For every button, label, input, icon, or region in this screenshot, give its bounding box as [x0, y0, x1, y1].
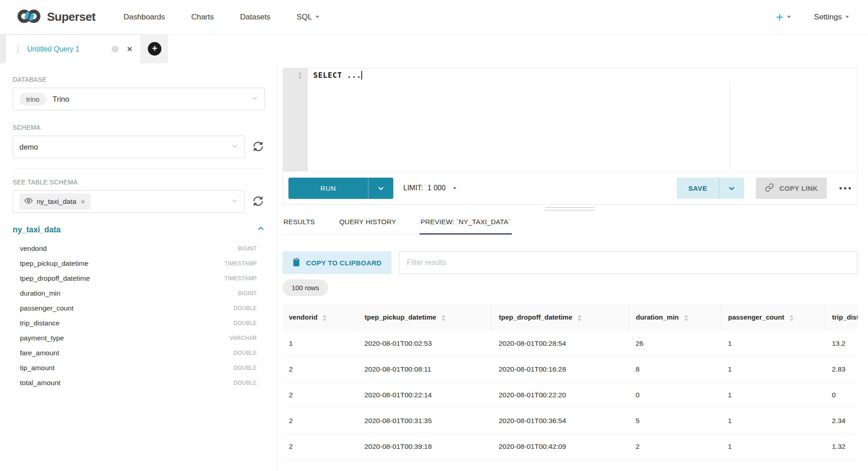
more-actions-button[interactable] — [839, 184, 852, 192]
header-duration-min[interactable]: duration_min — [628, 304, 721, 331]
copy-to-clipboard-label: COPY TO CLIPBOARD — [306, 259, 382, 267]
run-dropdown-button[interactable] — [368, 178, 393, 199]
editor-code-area[interactable]: SELECT ... — [308, 68, 857, 171]
cell: 2020-08-01T00:36:54 — [491, 408, 628, 433]
results-actions-row: COPY TO CLIPBOARD — [283, 251, 858, 274]
query-tab-active[interactable]: ⋮ Untitled Query 1 ✕ — [5, 34, 141, 63]
column-type: DOUBLE — [234, 320, 257, 326]
new-item-menu[interactable]: + — [776, 11, 790, 24]
table-panel-header[interactable]: ny_taxi_data — [13, 225, 265, 235]
link-icon — [765, 183, 774, 193]
table-tag: ny_taxi_data ✕ — [19, 193, 90, 210]
column-type: VARCHAR — [230, 335, 257, 341]
nav-dashboards[interactable]: Dashboards — [123, 13, 165, 22]
nav-charts[interactable]: Charts — [191, 13, 214, 22]
refresh-schema-button[interactable] — [251, 140, 265, 154]
nav-datasets[interactable]: Datasets — [240, 13, 270, 22]
cell: 5 — [628, 408, 721, 433]
header-trip-distance[interactable]: trip_distance — [825, 304, 858, 331]
column-type: DOUBLE — [234, 350, 257, 356]
refresh-table-button[interactable] — [251, 195, 265, 208]
table-row: 2 2020-08-01T00:31:35 2020-08-01T00:36:5… — [283, 408, 858, 433]
table-select[interactable]: ny_taxi_data ✕ — [13, 190, 245, 213]
column-name: tpep_dropoff_datetime — [20, 274, 90, 283]
column-name: payment_type — [20, 334, 64, 342]
superset-logo[interactable]: Superset — [17, 8, 95, 27]
column-name: vendorid — [20, 245, 47, 253]
table-row: 2 2020-08-01T00:22:14 2020-08-01T00:22:2… — [283, 382, 858, 408]
cell: 2020-08-01T00:31:35 — [357, 408, 491, 433]
table-header-row: vendorid tpep_pickup_datetime tpep_dropo… — [283, 304, 858, 331]
caret-down-icon — [453, 187, 456, 189]
schema-select[interactable]: demo — [13, 136, 245, 158]
caret-down-icon — [845, 16, 849, 18]
table-row: 2 2020-08-01T00:08:11 2020-08-01T00:16:2… — [283, 356, 858, 382]
cell: 2.83 — [825, 356, 858, 382]
copy-link-label: COPY LINK — [779, 184, 818, 192]
save-button[interactable]: SAVE — [677, 178, 719, 199]
settings-label: Settings — [814, 13, 842, 22]
plus-icon: + — [776, 11, 783, 24]
limit-dropdown[interactable]: LIMIT: 1 000 — [403, 184, 457, 192]
cell: 1 — [721, 356, 825, 382]
cell: 1 — [721, 382, 825, 408]
settings-menu[interactable]: Settings — [814, 13, 849, 22]
header-passenger-count[interactable]: passenger_count — [721, 304, 825, 331]
save-dropdown-button[interactable] — [719, 178, 744, 199]
column-name: duration_min — [20, 289, 61, 297]
tab-query-history[interactable]: QUERY HISTORY — [338, 218, 397, 235]
tab-results[interactable]: RESULTS — [283, 218, 316, 235]
column-type: DOUBLE — [234, 380, 257, 386]
sort-icon[interactable] — [323, 315, 326, 321]
copy-to-clipboard-button[interactable]: COPY TO CLIPBOARD — [283, 251, 392, 274]
close-icon[interactable]: ✕ — [127, 45, 132, 53]
chevron-up-icon[interactable] — [257, 225, 265, 235]
tab-strip-gutter — [0, 34, 5, 63]
main-nav: Dashboards Charts Datasets SQL — [123, 13, 319, 22]
database-select[interactable]: trino Trino — [13, 88, 265, 110]
run-button[interactable]: RUN — [288, 178, 368, 199]
cell: 2020-08-01T00:02:53 — [357, 331, 491, 357]
sort-icon[interactable] — [442, 315, 445, 321]
column-type: BIGINT — [238, 245, 257, 252]
table-panel-title: ny_taxi_data — [13, 225, 61, 235]
limit-value: 1 000 — [428, 184, 446, 192]
text-cursor — [361, 71, 362, 80]
tab-preview-ny-taxi-data[interactable]: PREVIEW: `NY_TAXI_DATA` — [420, 218, 511, 235]
sort-icon[interactable] — [790, 315, 793, 321]
nav-sql-menu[interactable]: SQL — [297, 13, 319, 22]
sidebar-divider — [13, 168, 265, 169]
line-number: 1 — [283, 71, 302, 80]
column-type: BIGINT — [238, 290, 257, 297]
top-navbar: Superset Dashboards Charts Datasets SQL … — [0, 0, 868, 34]
sort-icon[interactable] — [684, 315, 688, 321]
column-type: TIMESTAMP — [224, 275, 257, 282]
column-name: trip_distance — [20, 319, 60, 327]
pane-resize-handle[interactable] — [545, 207, 594, 212]
header-tpep-pickup-datetime[interactable]: tpep_pickup_datetime — [357, 304, 491, 331]
column-row: trip_distance DOUBLE — [13, 316, 265, 330]
copy-link-button[interactable]: COPY LINK — [756, 178, 827, 199]
results-table: vendorid tpep_pickup_datetime tpep_dropo… — [283, 304, 858, 460]
database-engine-pill: trino — [19, 93, 46, 106]
column-type: DOUBLE — [234, 365, 257, 371]
filter-results-input[interactable] — [399, 251, 858, 274]
limit-label: LIMIT: — [403, 184, 423, 192]
drag-handle-icon[interactable]: ⋮ — [14, 45, 22, 53]
new-tab-button[interactable]: + — [148, 42, 161, 56]
column-row: fare_amount DOUBLE — [13, 345, 265, 360]
chevron-down-icon — [251, 94, 258, 104]
header-vendorid[interactable]: vendorid — [283, 304, 357, 331]
cell: 0 — [825, 382, 858, 408]
cell: 2020-08-01T00:28:54 — [491, 331, 628, 357]
sort-icon[interactable] — [578, 315, 581, 321]
schema-value: demo — [19, 143, 38, 151]
close-icon[interactable]: ✕ — [80, 198, 85, 205]
header-tpep-dropoff-datetime[interactable]: tpep_dropoff_datetime — [491, 304, 628, 331]
cell: 2 — [283, 408, 357, 433]
row-count-badge: 100 rows — [283, 279, 328, 296]
sql-code-editor[interactable]: 1 SELECT ... — [283, 68, 857, 172]
results-table-container[interactable]: vendorid tpep_pickup_datetime tpep_dropo… — [283, 304, 858, 462]
column-row: passenger_count DOUBLE — [13, 301, 265, 316]
cell: 2 — [283, 382, 357, 408]
